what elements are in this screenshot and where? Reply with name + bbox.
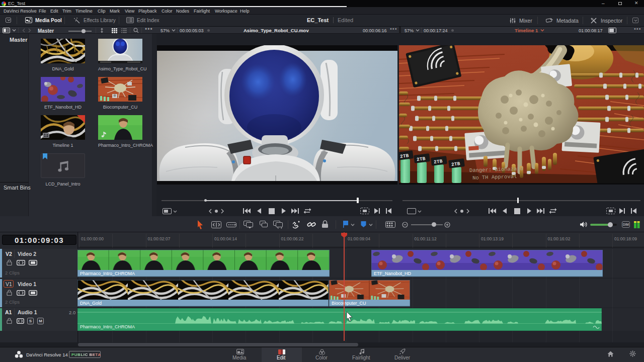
svg-text:2TB: 2TB [451, 161, 461, 167]
svg-text:2TB: 2TB [417, 156, 426, 162]
svg-text:Biocomputer_CU: Biocomputer_CU [332, 301, 366, 306]
svg-text:Pharmaco_Intro_CHROMA: Pharmaco_Intro_CHROMA [80, 324, 135, 329]
svg-text:ETF_Nanobot_HD: ETF_Nanobot_HD [374, 271, 412, 276]
svg-text:DNA_Gold: DNA_Gold [80, 301, 102, 306]
svg-text:2TB: 2TB [400, 153, 410, 159]
svg-text:Pharmaco_Intro_CHROMA: Pharmaco_Intro_CHROMA [80, 271, 135, 276]
svg-text:2TB: 2TB [434, 158, 443, 165]
